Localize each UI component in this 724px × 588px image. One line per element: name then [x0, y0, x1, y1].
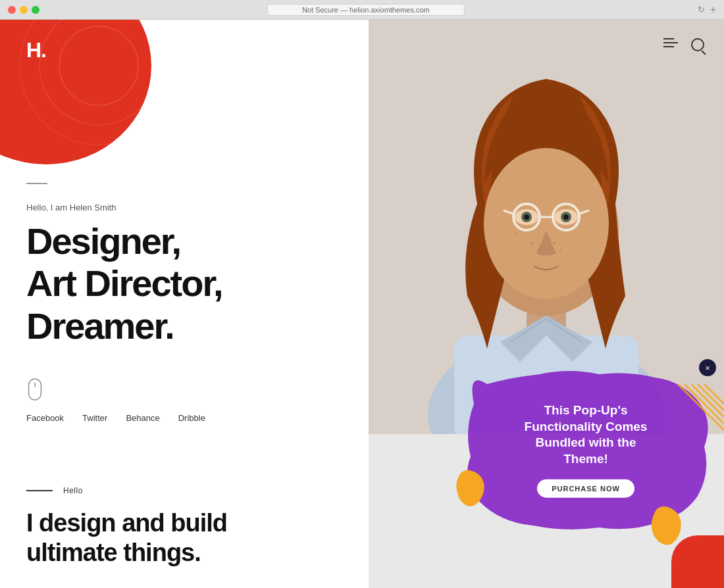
svg-point-22 — [563, 214, 569, 220]
bottom-divider-line — [26, 490, 53, 491]
scroll-icon — [28, 378, 42, 403]
left-panel: H. Hello, I am Helen Smith Designer, Art… — [0, 20, 369, 588]
close-icon: × — [705, 363, 710, 373]
svg-line-29 — [678, 384, 724, 430]
social-link-facebook[interactable]: Facebook — [26, 413, 64, 423]
minimize-button[interactable] — [20, 6, 28, 14]
svg-point-27 — [516, 233, 518, 235]
bottom-headline: I design and build ultimate things. — [26, 508, 342, 568]
popup-close-button[interactable]: × — [699, 359, 716, 376]
hero-divider — [26, 183, 47, 184]
menu-icon[interactable] — [663, 38, 678, 51]
social-link-twitter[interactable]: Twitter — [82, 413, 107, 423]
bottom-headline-line2: ultimate things. — [26, 538, 342, 568]
svg-rect-4 — [29, 379, 41, 400]
browser-chrome: Not Secure — helion.axiomthemes.com ↻ + — [0, 0, 724, 20]
right-panel: This Pop-Up's Functionality Comes Bundle… — [369, 20, 724, 588]
bottom-divider: Hello — [26, 486, 342, 495]
yellow-lines-decoration — [671, 384, 724, 437]
popup-container: This Pop-Up's Functionality Comes Bundle… — [461, 364, 711, 535]
svg-point-26 — [560, 249, 562, 251]
search-icon[interactable] — [691, 38, 704, 51]
bottom-section-label: Hello — [63, 486, 83, 495]
hero-headline: Designer, Art Director, Dreamer. — [26, 220, 222, 347]
url-display[interactable]: Not Secure — helion.axiomthemes.com — [267, 4, 465, 16]
url-text: Not Secure — helion.axiomthemes.com — [302, 6, 430, 14]
svg-line-31 — [691, 384, 724, 417]
popup-content: This Pop-Up's Functionality Comes Bundle… — [520, 403, 652, 498]
nav-icons — [663, 38, 704, 51]
svg-point-25 — [553, 242, 556, 245]
red-decorative-blob — [0, 20, 158, 164]
greeting-text: Hello, I am Helen Smith — [26, 203, 116, 212]
orange-blob-left-top — [454, 470, 487, 509]
bottom-section: Hello I design and build ultimate things… — [0, 460, 369, 588]
bottom-headline-line1: I design and build — [26, 508, 342, 539]
main-window: H. Hello, I am Helen Smith Designer, Art… — [0, 20, 724, 588]
headline-line1: Designer, — [26, 220, 222, 262]
svg-point-23 — [530, 242, 533, 245]
refresh-icon[interactable]: ↻ — [698, 5, 705, 14]
headline-line3: Dreamer. — [26, 305, 222, 347]
social-link-behance[interactable]: Behance — [126, 413, 159, 423]
close-button[interactable] — [8, 6, 16, 14]
social-links-container: Facebook Twitter Behance Dribble — [26, 413, 205, 423]
hamburger-bot — [663, 46, 674, 47]
new-tab-button[interactable]: + — [710, 4, 716, 16]
hamburger-top — [663, 38, 674, 39]
url-bar: Not Secure — helion.axiomthemes.com — [45, 4, 687, 16]
social-link-dribble[interactable]: Dribble — [178, 413, 205, 423]
traffic-lights — [8, 6, 39, 14]
svg-point-21 — [524, 214, 529, 220]
orange-blob-right-bottom — [648, 506, 685, 549]
site-logo[interactable]: H. — [26, 38, 46, 62]
hamburger-mid — [663, 42, 678, 43]
svg-point-24 — [538, 249, 540, 251]
headline-line2: Art Director, — [26, 262, 222, 305]
svg-point-28 — [575, 233, 577, 235]
svg-point-11 — [484, 148, 609, 299]
popup-purchase-button[interactable]: PURCHASE NOW — [537, 479, 634, 497]
fullscreen-button[interactable] — [32, 6, 39, 14]
popup-title: This Pop-Up's Functionality Comes Bundle… — [520, 403, 652, 468]
